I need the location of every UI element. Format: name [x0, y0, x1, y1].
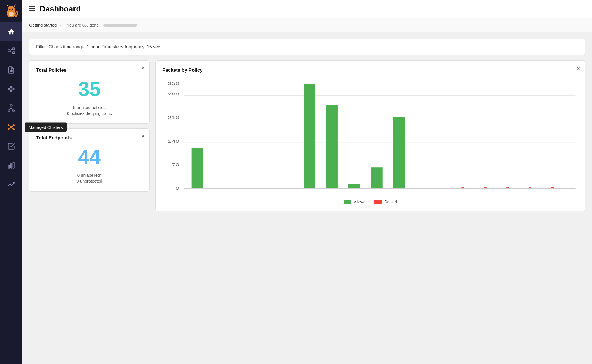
svg-line-34	[9, 108, 11, 110]
svg-point-10	[11, 10, 12, 11]
total-policies-card: Total Policies × 35 5 unused policies 0 …	[29, 60, 150, 124]
svg-rect-67	[371, 167, 383, 188]
svg-point-6	[9, 9, 11, 10]
sidebar-item-topology[interactable]	[0, 99, 22, 118]
chevron-down-icon	[58, 23, 62, 27]
compliance-icon	[7, 142, 15, 150]
bar-chart: 0 70 140 210 280 350	[162, 79, 578, 196]
svg-rect-13	[13, 48, 15, 50]
svg-text:280: 280	[168, 92, 179, 96]
metrics-icon	[7, 161, 15, 169]
main-content: Dashboard Getting started You are 0% don…	[22, 0, 592, 364]
sidebar-item-home[interactable]	[0, 22, 22, 41]
svg-line-27	[12, 87, 13, 89]
packets-by-policy-close[interactable]: ×	[577, 66, 580, 72]
total-policies-value: 35	[36, 78, 143, 101]
total-endpoints-detail-1: 0 unprotected	[36, 179, 143, 183]
sidebar-item-managed-clusters[interactable]: Managed Clusters	[0, 118, 22, 137]
total-policies-close[interactable]: ×	[141, 66, 144, 71]
svg-point-37	[8, 124, 10, 126]
svg-line-15	[10, 49, 12, 51]
filter-bar: Filter: Charts time range: 1 hour, Time …	[29, 39, 585, 55]
svg-line-42	[12, 126, 13, 127]
svg-text:0: 0	[175, 186, 179, 190]
page-title: Dashboard	[40, 4, 81, 13]
total-endpoints-close[interactable]: ×	[141, 134, 144, 139]
svg-point-21	[13, 88, 14, 90]
legend-denied-label: Denied	[384, 200, 397, 204]
trends-icon	[7, 180, 15, 188]
svg-point-38	[13, 124, 15, 126]
svg-point-39	[8, 128, 10, 130]
legend-denied-color	[374, 200, 382, 204]
app-logo	[0, 0, 22, 22]
getting-started-label: Getting started	[29, 23, 57, 27]
svg-rect-14	[13, 52, 15, 53]
svg-point-22	[11, 86, 12, 88]
getting-started-button[interactable]: Getting started	[29, 23, 62, 27]
svg-rect-65	[326, 105, 338, 188]
topbar: Dashboard	[22, 0, 592, 18]
chart-svg: 0 70 140 210 280 350	[162, 79, 578, 196]
svg-rect-12	[8, 50, 10, 52]
svg-point-8	[10, 9, 10, 9]
svg-line-41	[10, 126, 11, 127]
svg-rect-45	[8, 165, 10, 168]
svg-rect-30	[10, 105, 12, 106]
logo-icon	[4, 4, 18, 18]
sidebar-item-network[interactable]	[0, 41, 22, 60]
chart-legend: Allowed Denied	[162, 200, 578, 204]
total-endpoints-detail-0: 0 unlabelled*	[36, 173, 143, 178]
sidebar: Managed Clusters	[0, 0, 22, 364]
legend-allowed: Allowed	[344, 200, 367, 204]
svg-text:350: 350	[168, 81, 179, 86]
svg-text:140: 140	[168, 139, 179, 143]
reports-icon	[7, 66, 15, 74]
total-endpoints-card: Total Endpoints × 44 0 unlabelled* 0 unp…	[29, 128, 150, 192]
content-area: Filter: Charts time range: 1 hour, Time …	[22, 32, 592, 364]
network-icon	[7, 47, 15, 55]
svg-point-40	[13, 128, 15, 130]
svg-rect-64	[304, 84, 315, 189]
svg-point-23	[11, 91, 12, 92]
sidebar-item-reports[interactable]	[0, 60, 22, 80]
sidebar-item-mesh[interactable]	[0, 80, 22, 99]
total-endpoints-title: Total Endpoints	[36, 135, 143, 141]
mesh-icon	[7, 85, 15, 93]
cards-row: Total Policies × 35 5 unused policies 0 …	[29, 60, 585, 211]
svg-point-11	[9, 12, 14, 16]
sidebar-item-trends[interactable]	[0, 175, 22, 194]
svg-line-26	[10, 87, 11, 89]
progress-bar	[103, 24, 137, 27]
total-endpoints-value: 44	[36, 145, 143, 168]
svg-rect-66	[348, 184, 360, 188]
topology-icon	[7, 104, 15, 112]
legend-denied: Denied	[374, 200, 397, 204]
svg-rect-46	[11, 164, 12, 168]
svg-point-9	[13, 9, 13, 9]
svg-line-29	[12, 90, 13, 91]
filter-text: Filter: Charts time range: 1 hour, Time …	[36, 45, 160, 49]
packets-by-policy-card: Packets by Policy × 0 70 140 210 280	[155, 60, 585, 211]
getting-started-bar: Getting started You are 0% done	[22, 18, 592, 32]
svg-rect-68	[393, 117, 405, 188]
total-policies-detail-1: 0 policies denying traffic	[36, 111, 143, 116]
svg-rect-47	[13, 162, 14, 168]
total-policies-detail-0: 5 unused policies	[36, 105, 143, 110]
svg-rect-31	[8, 110, 10, 111]
progress-label: You are 0% done	[67, 23, 99, 27]
svg-point-7	[12, 9, 13, 10]
svg-line-44	[12, 128, 13, 129]
hamburger-menu[interactable]	[29, 6, 35, 11]
svg-text:70: 70	[172, 162, 179, 167]
svg-line-16	[10, 51, 12, 53]
svg-line-28	[10, 90, 11, 91]
svg-point-20	[8, 88, 10, 90]
svg-line-43	[10, 128, 11, 129]
left-column: Total Policies × 35 5 unused policies 0 …	[29, 60, 150, 192]
home-icon	[7, 28, 15, 36]
total-policies-title: Total Policies	[36, 67, 143, 73]
sidebar-item-compliance[interactable]	[0, 137, 22, 156]
legend-allowed-color	[344, 200, 351, 204]
sidebar-item-metrics[interactable]	[0, 156, 22, 175]
